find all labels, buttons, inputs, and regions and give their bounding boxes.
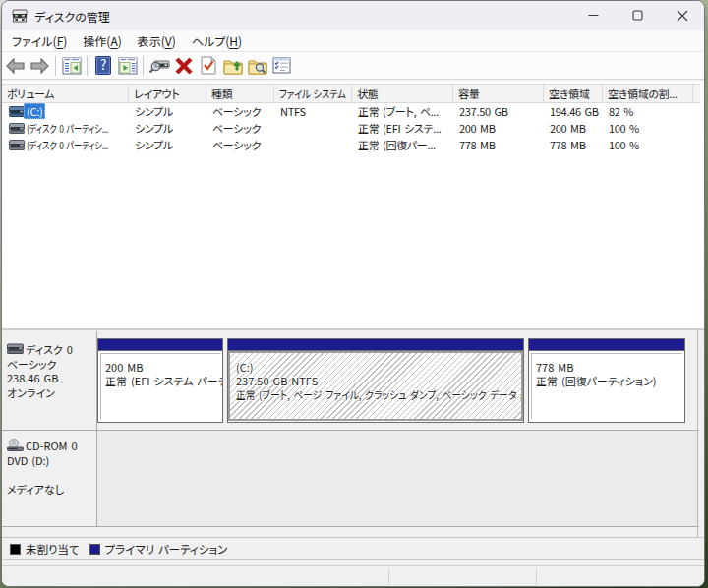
cdrom-kind: DVD (D:) xyxy=(7,453,94,468)
show-action-pane-icon[interactable] xyxy=(115,54,140,78)
volume-row-recovery[interactable]: (ディスク 0 パーティシ... シンプル ベーシック 正常 (回復パー... … xyxy=(2,137,700,153)
column-header-filesystem[interactable]: ファイル システム xyxy=(274,85,352,102)
toolbar-separator xyxy=(87,56,88,76)
menu-file[interactable]: ファイル(F) xyxy=(2,30,75,51)
menu-action[interactable]: 操作(A) xyxy=(75,30,129,51)
volume-row-c[interactable]: (C:) シンプル ベーシック NTFS 正常 (ブート, ペ... 237.5… xyxy=(2,103,700,120)
menu-help[interactable]: ヘルプ(H) xyxy=(184,30,250,51)
cell-layout: シンプル xyxy=(129,103,206,120)
cell-type: ベーシック xyxy=(206,120,274,137)
forward-icon[interactable] xyxy=(28,54,52,78)
volume-name[interactable]: (ディスク 0 パーティシ... xyxy=(24,120,129,136)
partition-recovery[interactable]: 778 MB 正常 (回復パーティション) xyxy=(528,338,685,423)
statusbar xyxy=(2,565,704,586)
volume-name-label: (ディスク 0 パーティシ... xyxy=(27,120,108,136)
properties-icon[interactable] xyxy=(269,54,294,78)
column-header-label: 状態 xyxy=(357,86,378,101)
cell-percent-free: 100 % xyxy=(603,137,693,153)
volume-list: ボリューム レイアウト 種類 ファイル システム 状態 容量 空き領域 空き領域… xyxy=(2,81,704,329)
column-header-capacity[interactable]: 容量 xyxy=(453,85,544,102)
cdrom-row-divider xyxy=(2,526,699,527)
legend-swatch-unallocated xyxy=(10,544,21,555)
partition-band xyxy=(529,339,684,351)
explore-icon[interactable] xyxy=(245,54,269,78)
disk0-name-label: ディスク 0 xyxy=(26,342,73,357)
toolbar-separator xyxy=(143,56,144,76)
partition-body: (C:) 237.50 GB NTFS 正常 (ブート, ページ ファイル, ク… xyxy=(228,351,523,421)
close-button[interactable] xyxy=(660,1,704,29)
menu-accelerator: A xyxy=(110,32,117,49)
cdrom-name-label: CD-ROM 0 xyxy=(26,439,78,453)
cdrom-label-panel[interactable]: CD-ROM 0 DVD (D:) メディアなし xyxy=(2,431,97,526)
cell-type: ベーシック xyxy=(206,103,274,120)
column-header-type[interactable]: 種類 xyxy=(206,85,274,102)
legend-bar: 未割り当て プライマリ パーティション xyxy=(2,537,704,560)
column-header-layout[interactable]: レイアウト xyxy=(129,85,206,102)
partition-status: 正常 (EFI システム パーティション) xyxy=(105,374,220,387)
partition-size: 200 MB xyxy=(105,360,220,374)
menu-accelerator: V xyxy=(165,32,172,49)
cell-capacity: 200 MB xyxy=(453,120,544,137)
column-header-free-space[interactable]: 空き領域 xyxy=(544,85,603,102)
disk0-name: ディスク 0 xyxy=(7,342,94,357)
partition-band xyxy=(228,339,523,351)
partition-efi[interactable]: 200 MB 正常 (EFI システム パーティション) xyxy=(97,338,223,423)
cell-free-space: 194.46 GB xyxy=(544,103,603,120)
cell-filesystem xyxy=(274,137,352,153)
disk-rescan-icon[interactable] xyxy=(147,54,171,78)
cell-filesystem: NTFS xyxy=(274,103,352,120)
cell-layout: シンプル xyxy=(129,137,206,153)
partition-status-label: 正常 (ブート, ページ ファイル, クラッシュ ダンプ, ベーシック データ … xyxy=(236,387,523,401)
legend-unallocated: 未割り当て xyxy=(10,541,80,557)
cell-percent-free: 100 % xyxy=(603,120,693,137)
partition-body: 200 MB 正常 (EFI システム パーティション) xyxy=(98,351,222,421)
titlebar: ディスクの管理 xyxy=(2,1,704,30)
partition-body: 778 MB 正常 (回復パーティション) xyxy=(529,351,684,421)
statusbar-divider xyxy=(388,569,389,585)
menu-view[interactable]: 表示(V) xyxy=(130,30,184,51)
disk0-label-panel[interactable]: ディスク 0 ベーシック 238.46 GB オンライン xyxy=(2,331,97,430)
menu-label: ヘルプ xyxy=(192,32,225,49)
column-header-percent-free[interactable]: 空き領域の割... xyxy=(603,85,693,102)
partition-size: 237.50 GB NTFS xyxy=(236,374,521,387)
legend-label: プライマリ パーティション xyxy=(105,541,228,557)
menu-label: 表示 xyxy=(138,32,161,49)
back-icon[interactable] xyxy=(3,54,28,78)
cell-status: 正常 (回復パー... xyxy=(352,137,453,153)
menu-accelerator: F xyxy=(57,32,64,49)
volume-name[interactable]: (C:) xyxy=(24,103,45,119)
window-title: ディスクの管理 xyxy=(34,8,110,25)
cell-capacity: 237.50 GB xyxy=(453,103,544,120)
help-icon[interactable]: ? xyxy=(90,54,115,78)
cell-layout: シンプル xyxy=(129,120,206,137)
legend-label: 未割り当て xyxy=(26,541,80,557)
delete-volume-icon[interactable] xyxy=(171,54,196,78)
disk0-size: 238.46 GB xyxy=(7,371,94,385)
column-header-status[interactable]: 状態 xyxy=(352,85,453,102)
cell-free-space: 200 MB xyxy=(544,120,603,137)
open-icon[interactable] xyxy=(220,54,245,78)
partition-c[interactable]: (C:) 237.50 GB NTFS 正常 (ブート, ページ ファイル, ク… xyxy=(227,338,524,423)
volume-name[interactable]: (ディスク 0 パーティシ... xyxy=(24,137,129,152)
column-header-label: 容量 xyxy=(458,86,479,101)
menu-label: ファイル xyxy=(12,32,53,49)
column-header-volume[interactable]: ボリューム xyxy=(2,85,129,102)
show-console-tree-icon[interactable] xyxy=(59,54,84,78)
cell-status: 正常 (ブート, ペ... xyxy=(352,103,453,120)
maximize-button[interactable] xyxy=(616,1,660,29)
disk-management-window: ディスクの管理 ファイル(F) 操作(A) 表示(V) ヘルプ(H) xyxy=(1,0,705,587)
mark-partition-active-icon[interactable] xyxy=(196,54,220,78)
column-header-label: ファイル システム xyxy=(279,86,345,101)
cdrom-state: メディアなし xyxy=(7,482,94,497)
legend-swatch-primary xyxy=(89,544,100,555)
minimize-button[interactable] xyxy=(571,1,616,29)
volume-icon xyxy=(9,139,25,151)
volume-icon xyxy=(9,105,25,118)
app-icon xyxy=(12,8,28,24)
cell-type: ベーシック xyxy=(206,137,274,153)
partition-name: (C:) xyxy=(236,360,521,374)
volume-row-efi[interactable]: (ディスク 0 パーティシ... シンプル ベーシック 正常 (EFI システ.… xyxy=(2,120,700,137)
disk0-kind: ベーシック xyxy=(7,357,94,372)
column-header-stub xyxy=(693,85,700,102)
graphical-view-right-border xyxy=(697,330,698,538)
